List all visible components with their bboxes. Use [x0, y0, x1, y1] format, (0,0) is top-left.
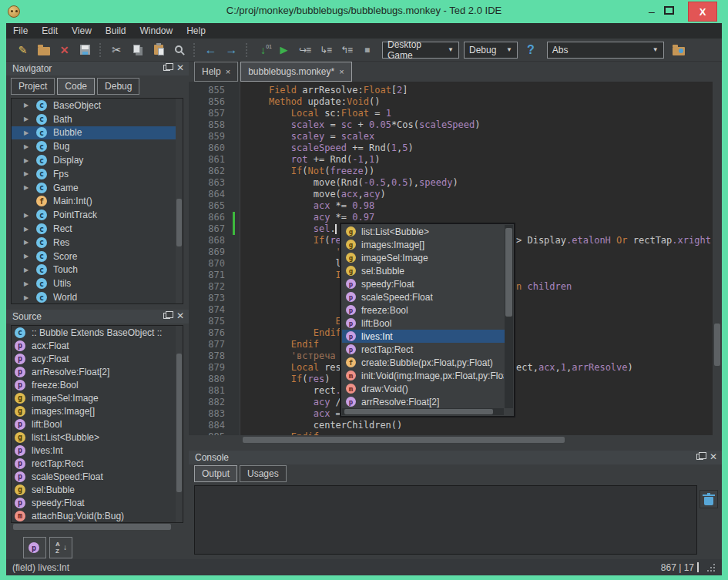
source-item-scalespeed-float[interactable]: pscaleSpeed:Float — [12, 470, 183, 483]
tree-item-bath[interactable]: ▶cBath — [12, 112, 183, 126]
expand-arrow-icon[interactable]: ▶ — [24, 239, 32, 246]
nav-back-button[interactable]: ← — [200, 41, 221, 59]
resize-grip-icon[interactable] — [706, 563, 716, 572]
completion-item-images-image[interactable]: gimages:Image[] — [342, 238, 504, 251]
expand-arrow-icon[interactable]: ▶ — [24, 294, 32, 301]
code-line-861[interactable]: 861 rot += Rnd(-1,1) — [189, 154, 713, 166]
completion-item-init-void-img-image-px-float-py-float[interactable]: minit:Void(img:Image,px:Float,py:Float — [342, 369, 504, 382]
completion-item-lift-bool[interactable]: plift:Bool — [342, 317, 504, 330]
menu-help[interactable]: Help — [179, 23, 213, 39]
expand-arrow-icon[interactable]: ▶ — [24, 212, 32, 219]
console-tab-usages[interactable]: Usages — [240, 465, 287, 482]
source-item-lives-int[interactable]: plives:Int — [12, 444, 183, 457]
tree-item-game[interactable]: ▶cGame — [12, 181, 183, 195]
expand-arrow-icon[interactable]: ▶ — [24, 116, 32, 122]
menu-view[interactable]: View — [65, 23, 99, 39]
source-hscrollbar[interactable] — [12, 523, 183, 531]
editor-vscrollbar[interactable] — [713, 82, 722, 435]
step-button[interactable]: ↪≡ — [294, 41, 315, 59]
code-line-862[interactable]: 862 If(Not(freeze)) — [189, 166, 713, 177]
completion-item-scalespeed-float[interactable]: pscaleSpeed:Float — [342, 290, 504, 303]
code-line-859[interactable]: 859 scaley = scalex — [189, 131, 713, 142]
popup-hscrollbar[interactable] — [342, 408, 504, 415]
completion-item-freeze-bool[interactable]: pfreeze:Bool — [342, 303, 504, 317]
completion-item-list-list-bubble[interactable]: glist:List<Bubble> — [342, 225, 504, 238]
float-panel-icon[interactable] — [163, 313, 170, 319]
source-item-imagesel-image[interactable]: gimageSel:Image — [12, 391, 183, 404]
tree-item-display[interactable]: ▶cDisplay — [12, 153, 183, 167]
tab-project[interactable]: Project — [11, 78, 55, 95]
tree-item-world[interactable]: ▶cWorld — [12, 290, 183, 304]
build-config-combo[interactable]: Debug ▼ — [464, 42, 518, 59]
code-line-855[interactable]: 855 Field arrResolve:Float[2] — [189, 85, 713, 96]
float-panel-icon[interactable] — [163, 65, 170, 71]
tree-item-score[interactable]: ▶cScore — [12, 250, 183, 263]
source-item-lift-bool[interactable]: plift:Bool — [12, 417, 183, 431]
paste-button[interactable] — [148, 41, 169, 59]
tab-code[interactable]: Code — [57, 78, 95, 95]
source-item-speedy-float[interactable]: pspeedy:Float — [12, 496, 183, 509]
source-item-bubble-extends-baseobject[interactable]: c:: Bubble Extends BaseObject :: — [12, 326, 183, 339]
source-item-acy-float[interactable]: pacy:Float — [12, 352, 183, 365]
sort-alpha-button[interactable]: ↓ — [49, 537, 72, 558]
clear-console-button[interactable] — [699, 490, 718, 508]
document-tab-help[interactable]: Help× — [194, 62, 238, 82]
tree-item-main-int[interactable]: fMain:Int() — [12, 195, 183, 209]
update-build-button[interactable]: ↓ — [253, 41, 273, 59]
tree-item-res[interactable]: ▶cRes — [12, 236, 183, 250]
save-file-button[interactable] — [75, 41, 96, 59]
tab-debug[interactable]: Debug — [97, 78, 139, 95]
filter-properties-button[interactable]: p — [23, 537, 46, 558]
step-out-button[interactable]: ↰≡ — [336, 41, 357, 59]
code-line-857[interactable]: 857 Local sc:Float = 1 — [189, 108, 713, 119]
completion-item-arrresolve-float-2[interactable]: parrResolve:Float[2] — [342, 395, 504, 408]
run-button[interactable]: ▶ — [273, 41, 294, 59]
source-item-list-list-bubble[interactable]: glist:List<Bubble> — [12, 431, 183, 444]
code-line-858[interactable]: 858 scalex = sc + 0.05*Cos(scaleSpeed) — [189, 119, 713, 131]
tree-item-utils[interactable]: ▶cUtils — [12, 277, 183, 290]
code-line-884[interactable]: 884 centerChildren() — [189, 420, 713, 431]
editor-hscrollbar[interactable] — [189, 435, 713, 444]
lock-project-button[interactable] — [669, 41, 689, 59]
source-item-recttap-rect[interactable]: prectTap:Rect — [12, 457, 183, 470]
cut-button[interactable]: ✂ — [106, 41, 127, 59]
tree-item-rect[interactable]: ▶cRect — [12, 222, 183, 236]
tree-item-baseobject[interactable]: ▶cBaseObject — [12, 99, 183, 112]
close-panel-icon[interactable]: ✕ — [710, 453, 717, 461]
close-tab-icon[interactable]: × — [339, 67, 344, 76]
source-item-freeze-bool[interactable]: pfreeze:Bool — [12, 378, 183, 391]
expand-arrow-icon[interactable]: ▶ — [24, 280, 32, 287]
menu-edit[interactable]: Edit — [35, 23, 65, 39]
float-panel-icon[interactable] — [696, 454, 703, 460]
nav-forward-button[interactable]: → — [221, 41, 242, 59]
completion-item-draw-void[interactable]: mdraw:Void() — [342, 382, 504, 395]
open-file-button[interactable] — [33, 41, 54, 59]
console-tab-output[interactable]: Output — [194, 465, 237, 482]
navigator-scrollbar[interactable] — [176, 99, 183, 303]
popup-vscrollbar[interactable] — [505, 225, 513, 408]
document-tab-bubblebugs-monkey[interactable]: bubblebugs.monkey*× — [240, 62, 352, 82]
code-line-864[interactable]: 864 move(acx,acy) — [189, 189, 713, 200]
copy-button[interactable] — [127, 41, 148, 59]
source-item-arrresolve-float-2[interactable]: parrResolve:Float[2] — [12, 365, 183, 378]
source-item-sel-bubble[interactable]: gsel:Bubble — [12, 483, 183, 496]
minimize-button[interactable]: – — [642, 2, 661, 21]
code-line-866[interactable]: 866 acy *= 0.97 — [189, 212, 713, 223]
expand-arrow-icon[interactable]: ▶ — [24, 157, 32, 164]
build-target-combo[interactable]: Desktop Game ▼ — [382, 42, 459, 59]
tree-item-pointtrack[interactable]: ▶cPointTrack — [12, 208, 183, 222]
expand-arrow-icon[interactable]: ▶ — [24, 267, 32, 273]
search-combo[interactable]: Abs ▼ — [547, 42, 664, 59]
close-tab-icon[interactable]: × — [226, 67, 230, 76]
tree-item-touch[interactable]: ▶cTouch — [12, 263, 183, 277]
code-line-865[interactable]: 865 acx *= 0.98 — [189, 200, 713, 212]
expand-arrow-icon[interactable]: ▶ — [24, 184, 32, 191]
expand-arrow-icon[interactable]: ▶ — [24, 129, 32, 136]
expand-arrow-icon[interactable]: ▶ — [24, 253, 32, 260]
find-button[interactable] — [169, 41, 190, 59]
tree-item-bubble[interactable]: ▶cBubble — [12, 126, 183, 140]
source-scrollbar[interactable] — [176, 326, 183, 522]
source-item-acx-float[interactable]: pacx:Float — [12, 339, 183, 352]
maximize-button[interactable] — [664, 6, 674, 15]
new-file-button[interactable]: ✎ — [12, 41, 33, 59]
